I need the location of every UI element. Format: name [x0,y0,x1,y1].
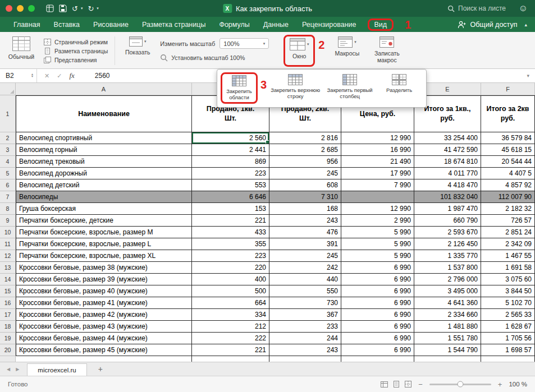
cell-E16[interactable]: 4 641 360 [414,297,481,309]
save-icon[interactable] [59,4,67,12]
row-header-19[interactable]: 19 [0,333,16,344]
cell-C8[interactable]: 168 [269,203,341,215]
cell-B11[interactable]: 355 [192,238,269,250]
cell-B4[interactable]: 869 [192,156,269,168]
cell-D13[interactable]: 6 990 [341,262,414,274]
row-header-4[interactable]: 4 [0,156,16,168]
cell-A19[interactable]: Кроссовки беговые, размер 44 (мужские) [16,333,192,344]
name-box-stepper[interactable]: ▴▾ [31,73,33,77]
cell-E4[interactable]: 18 674 810 [414,156,481,168]
ribbon-tab-insert[interactable]: Вставка [54,21,80,29]
next-sheet-icon[interactable]: ▶ [16,367,19,372]
cell-D19[interactable]: 6 990 [341,333,414,344]
page-layout-view-icon[interactable] [393,381,400,388]
cell-E10[interactable]: 2 593 670 [414,227,481,238]
cell-E19[interactable]: 1 551 780 [414,333,481,344]
cell-C15[interactable]: 550 [269,285,341,297]
zoom-out-icon[interactable]: − [418,380,423,389]
confirm-entry-icon[interactable]: ✓ [57,72,62,80]
menu-item-freeze-panes[interactable]: Закрепить области [221,72,258,104]
cell-F19[interactable]: 1 705 56 [481,333,535,344]
cell-B3[interactable]: 2 441 [192,144,269,156]
cell-D11[interactable]: 5 990 [341,238,414,250]
row-header-2[interactable]: 2 [0,132,16,144]
view-switcher-icon[interactable] [46,4,54,12]
row-header-14[interactable]: 14 [0,274,16,285]
cell-D10[interactable]: 5 990 [341,227,414,238]
cell-D17[interactable]: 6 990 [341,309,414,321]
insert-function-icon[interactable]: fx [69,71,74,80]
cell-C10[interactable]: 476 [269,227,341,238]
normal-view-button[interactable]: Обычный [6,35,37,67]
cell-C7[interactable]: 7 310 [269,191,341,203]
cell-B15[interactable]: 500 [192,285,269,297]
toolbar-menu-caret-icon[interactable]: ▾ [97,6,99,11]
cell-A12[interactable]: Перчатки боксерские, взрослые, размер XL [16,250,192,262]
cell-A14[interactable]: Кроссовки беговые, размер 39 (мужские) [16,274,192,285]
ribbon-tab-page-layout[interactable]: Разметка страницы [142,21,205,29]
cell-D12[interactable]: 5 990 [341,250,414,262]
cell-B6[interactable]: 553 [192,179,269,191]
cell-F17[interactable]: 2 565 33 [481,309,535,321]
cell-F11[interactable]: 2 342 09 [481,238,535,250]
cell-B7[interactable]: 6 646 [192,191,269,203]
cell-B16[interactable]: 664 [192,297,269,309]
cell-A15[interactable]: Кроссовки беговые, размер 40 (мужские) [16,285,192,297]
row-header-5[interactable]: 5 [0,168,16,179]
cell-D4[interactable]: 21 490 [341,156,414,168]
ribbon-tab-review[interactable]: Рецензирование [302,21,356,29]
ribbon-tab-data[interactable]: Данные [263,21,289,29]
cell-B14[interactable]: 400 [192,274,269,285]
zoom-100-button[interactable]: Установить масштаб 100% [160,54,277,62]
zoom-in-icon[interactable]: + [498,380,502,389]
cell-E13[interactable]: 1 537 800 [414,262,481,274]
cell-C2[interactable]: 2 816 [269,132,341,144]
minimize-button[interactable] [17,5,24,12]
row-header-1[interactable]: 1 [0,95,16,132]
cell-A13[interactable]: Кроссовки беговые, размер 38 (мужские) [16,262,192,274]
row-header-17[interactable]: 17 [0,309,16,321]
cell-E11[interactable]: 2 126 450 [414,238,481,250]
normal-view-icon[interactable] [381,381,388,388]
cell-F4[interactable]: 20 544 44 [481,156,535,168]
column-header-A[interactable]: A [16,83,192,95]
cell-D7[interactable] [341,191,414,203]
cell-F10[interactable]: 2 851 24 [481,227,535,238]
cell-B20[interactable]: 221 [192,344,269,356]
column-header-F[interactable]: F [481,83,535,95]
menu-item-split[interactable]: Разделить [378,72,420,95]
row-header-11[interactable]: 11 [0,238,16,250]
sheet-search-input[interactable]: Поиск на листе [447,4,506,12]
share-button[interactable]: Общий доступ ▴ [458,21,527,29]
row-header-9[interactable]: 9 [0,215,16,227]
cell-A6[interactable]: Велосипед детский [16,179,192,191]
row-header-20[interactable]: 20 [0,344,16,356]
cell-B8[interactable]: 153 [192,203,269,215]
undo-menu-caret-icon[interactable]: ▾ [81,6,83,11]
cell-E17[interactable]: 2 334 660 [414,309,481,321]
cell-B5[interactable]: 223 [192,168,269,179]
cell-F8[interactable]: 2 182 32 [481,203,535,215]
cell-B12[interactable]: 223 [192,250,269,262]
collapse-ribbon-icon[interactable]: ▴ [524,22,527,27]
cell-A1[interactable]: Наименование [16,95,192,132]
cell-F14[interactable]: 3 075 60 [481,274,535,285]
cell-B17[interactable]: 334 [192,309,269,321]
zoom-percent[interactable]: 100 % [509,381,527,388]
cell-C5[interactable]: 245 [269,168,341,179]
cell-F1[interactable]: Итого за 2кв руб. [481,95,535,132]
cell-A11[interactable]: Перчатки боксерские, взрослые, размер L [16,238,192,250]
cell-E12[interactable]: 1 335 770 [414,250,481,262]
cell-D15[interactable]: 6 990 [341,285,414,297]
record-macro-button[interactable]: Записать макрос [369,35,404,67]
cell-F6[interactable]: 4 857 92 [481,179,535,191]
cell-D18[interactable]: 6 990 [341,321,414,333]
formula-input[interactable]: 2560 [95,72,110,80]
cell-E9[interactable]: 660 790 [414,215,481,227]
cell-F15[interactable]: 3 844 50 [481,285,535,297]
cell-C14[interactable]: 440 [269,274,341,285]
cell-F12[interactable]: 1 467 55 [481,250,535,262]
cell-D3[interactable]: 16 990 [341,144,414,156]
ribbon-tab-draw[interactable]: Рисование [93,21,129,29]
cell-E18[interactable]: 1 481 880 [414,321,481,333]
